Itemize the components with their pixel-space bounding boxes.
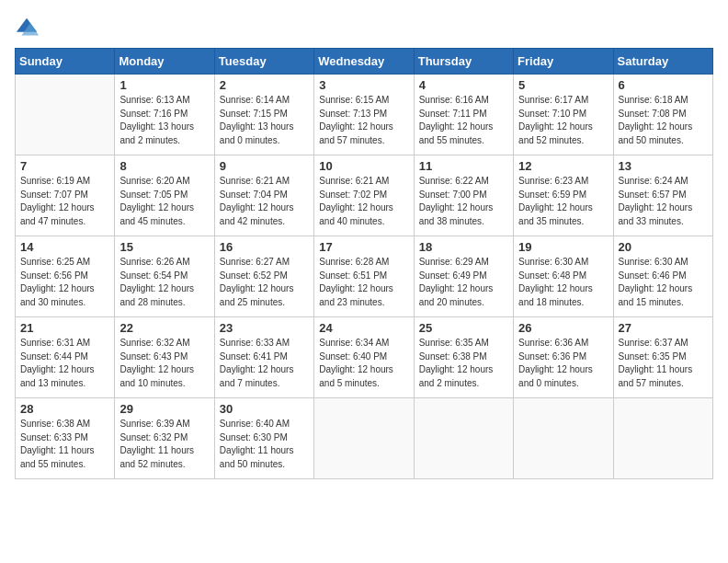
- calendar-cell: 4Sunrise: 6:16 AMSunset: 7:11 PMDaylight…: [414, 75, 513, 155]
- calendar-cell: 22Sunrise: 6:32 AMSunset: 6:43 PMDayligh…: [115, 317, 214, 398]
- header-row: SundayMondayTuesdayWednesdayThursdayFrid…: [16, 49, 713, 75]
- day-info: Sunrise: 6:37 AMSunset: 6:35 PMDaylight:…: [619, 337, 708, 390]
- logo-icon: [15, 15, 40, 40]
- day-number: 17: [319, 240, 408, 254]
- week-row-1: 1Sunrise: 6:13 AMSunset: 7:16 PMDaylight…: [16, 75, 713, 155]
- day-number: 18: [419, 240, 508, 254]
- calendar-cell: 9Sunrise: 6:21 AMSunset: 7:04 PMDaylight…: [214, 155, 313, 236]
- day-info: Sunrise: 6:35 AMSunset: 6:38 PMDaylight:…: [419, 337, 508, 390]
- day-number: 21: [20, 321, 109, 335]
- calendar-cell: 6Sunrise: 6:18 AMSunset: 7:08 PMDaylight…: [613, 75, 712, 155]
- day-info: Sunrise: 6:18 AMSunset: 7:08 PMDaylight:…: [619, 94, 708, 147]
- calendar-cell: 18Sunrise: 6:29 AMSunset: 6:49 PMDayligh…: [414, 236, 513, 317]
- day-number: 2: [220, 78, 309, 92]
- calendar-cell: 12Sunrise: 6:23 AMSunset: 6:59 PMDayligh…: [514, 155, 613, 236]
- calendar-cell: 26Sunrise: 6:36 AMSunset: 6:36 PMDayligh…: [514, 317, 613, 398]
- calendar-cell: 23Sunrise: 6:33 AMSunset: 6:41 PMDayligh…: [214, 317, 313, 398]
- day-number: 12: [518, 159, 608, 173]
- calendar-cell: 10Sunrise: 6:21 AMSunset: 7:02 PMDayligh…: [314, 155, 414, 236]
- day-number: 26: [518, 321, 608, 335]
- header-day-saturday: Saturday: [613, 49, 712, 75]
- day-number: 9: [220, 159, 309, 173]
- day-number: 24: [319, 321, 408, 335]
- week-row-4: 21Sunrise: 6:31 AMSunset: 6:44 PMDayligh…: [16, 317, 713, 398]
- day-number: 16: [220, 240, 309, 254]
- day-number: 1: [119, 78, 209, 92]
- calendar-cell: 28Sunrise: 6:38 AMSunset: 6:33 PMDayligh…: [16, 398, 115, 479]
- day-number: 23: [220, 321, 309, 335]
- day-info: Sunrise: 6:17 AMSunset: 7:10 PMDaylight:…: [518, 94, 608, 147]
- day-info: Sunrise: 6:39 AMSunset: 6:32 PMDaylight:…: [119, 418, 209, 471]
- calendar-cell: 8Sunrise: 6:20 AMSunset: 7:05 PMDaylight…: [115, 155, 214, 236]
- day-number: 11: [419, 159, 508, 173]
- day-info: Sunrise: 6:23 AMSunset: 6:59 PMDaylight:…: [518, 175, 608, 228]
- day-info: Sunrise: 6:27 AMSunset: 6:52 PMDaylight:…: [220, 256, 309, 309]
- calendar-cell: 3Sunrise: 6:15 AMSunset: 7:13 PMDaylight…: [314, 75, 414, 155]
- calendar-cell: 30Sunrise: 6:40 AMSunset: 6:30 PMDayligh…: [214, 398, 313, 479]
- day-info: Sunrise: 6:31 AMSunset: 6:44 PMDaylight:…: [20, 337, 109, 390]
- day-number: 20: [619, 240, 708, 254]
- day-number: 15: [119, 240, 209, 254]
- calendar-cell: 15Sunrise: 6:26 AMSunset: 6:54 PMDayligh…: [115, 236, 214, 317]
- day-number: 4: [419, 78, 508, 92]
- calendar-cell: 29Sunrise: 6:39 AMSunset: 6:32 PMDayligh…: [115, 398, 214, 479]
- week-row-2: 7Sunrise: 6:19 AMSunset: 7:07 PMDaylight…: [16, 155, 713, 236]
- day-info: Sunrise: 6:14 AMSunset: 7:15 PMDaylight:…: [220, 94, 309, 147]
- day-info: Sunrise: 6:22 AMSunset: 7:00 PMDaylight:…: [419, 175, 508, 228]
- calendar-cell: 17Sunrise: 6:28 AMSunset: 6:51 PMDayligh…: [314, 236, 414, 317]
- day-info: Sunrise: 6:34 AMSunset: 6:40 PMDaylight:…: [319, 337, 408, 390]
- day-info: Sunrise: 6:36 AMSunset: 6:36 PMDaylight:…: [518, 337, 608, 390]
- day-info: Sunrise: 6:21 AMSunset: 7:04 PMDaylight:…: [220, 175, 309, 228]
- day-number: 29: [119, 402, 209, 416]
- day-info: Sunrise: 6:25 AMSunset: 6:56 PMDaylight:…: [20, 256, 109, 309]
- day-number: 22: [119, 321, 209, 335]
- day-number: 14: [20, 240, 109, 254]
- calendar-cell: 5Sunrise: 6:17 AMSunset: 7:10 PMDaylight…: [514, 75, 613, 155]
- day-number: 10: [319, 159, 408, 173]
- day-info: Sunrise: 6:16 AMSunset: 7:11 PMDaylight:…: [419, 94, 508, 147]
- calendar-cell: 1Sunrise: 6:13 AMSunset: 7:16 PMDaylight…: [115, 75, 214, 155]
- day-info: Sunrise: 6:13 AMSunset: 7:16 PMDaylight:…: [119, 94, 209, 147]
- day-info: Sunrise: 6:40 AMSunset: 6:30 PMDaylight:…: [220, 418, 309, 471]
- day-number: 7: [20, 159, 109, 173]
- calendar-cell: 11Sunrise: 6:22 AMSunset: 7:00 PMDayligh…: [414, 155, 513, 236]
- day-number: 28: [20, 402, 109, 416]
- day-info: Sunrise: 6:19 AMSunset: 7:07 PMDaylight:…: [20, 175, 109, 228]
- calendar-table: SundayMondayTuesdayWednesdayThursdayFrid…: [15, 48, 713, 479]
- header-day-monday: Monday: [115, 49, 214, 75]
- calendar-cell: [16, 75, 115, 155]
- day-number: 5: [518, 78, 608, 92]
- logo: [15, 15, 44, 40]
- calendar-cell: 2Sunrise: 6:14 AMSunset: 7:15 PMDaylight…: [214, 75, 313, 155]
- day-info: Sunrise: 6:26 AMSunset: 6:54 PMDaylight:…: [119, 256, 209, 309]
- day-number: 3: [319, 78, 408, 92]
- calendar-cell: [613, 398, 712, 479]
- header-day-thursday: Thursday: [414, 49, 513, 75]
- day-number: 13: [619, 159, 708, 173]
- day-info: Sunrise: 6:32 AMSunset: 6:43 PMDaylight:…: [119, 337, 209, 390]
- calendar-cell: [314, 398, 414, 479]
- calendar-cell: 25Sunrise: 6:35 AMSunset: 6:38 PMDayligh…: [414, 317, 513, 398]
- day-number: 6: [619, 78, 708, 92]
- day-info: Sunrise: 6:29 AMSunset: 6:49 PMDaylight:…: [419, 256, 508, 309]
- header-day-sunday: Sunday: [16, 49, 115, 75]
- calendar-cell: 19Sunrise: 6:30 AMSunset: 6:48 PMDayligh…: [514, 236, 613, 317]
- calendar-cell: 7Sunrise: 6:19 AMSunset: 7:07 PMDaylight…: [16, 155, 115, 236]
- day-number: 30: [220, 402, 309, 416]
- calendar-cell: 24Sunrise: 6:34 AMSunset: 6:40 PMDayligh…: [314, 317, 414, 398]
- calendar-cell: [414, 398, 513, 479]
- day-number: 25: [419, 321, 508, 335]
- day-info: Sunrise: 6:30 AMSunset: 6:46 PMDaylight:…: [619, 256, 708, 309]
- day-number: 27: [619, 321, 708, 335]
- day-info: Sunrise: 6:33 AMSunset: 6:41 PMDaylight:…: [220, 337, 309, 390]
- day-info: Sunrise: 6:30 AMSunset: 6:48 PMDaylight:…: [518, 256, 608, 309]
- calendar-cell: 21Sunrise: 6:31 AMSunset: 6:44 PMDayligh…: [16, 317, 115, 398]
- header-day-tuesday: Tuesday: [214, 49, 313, 75]
- week-row-3: 14Sunrise: 6:25 AMSunset: 6:56 PMDayligh…: [16, 236, 713, 317]
- day-number: 8: [119, 159, 209, 173]
- calendar-cell: 14Sunrise: 6:25 AMSunset: 6:56 PMDayligh…: [16, 236, 115, 317]
- day-info: Sunrise: 6:28 AMSunset: 6:51 PMDaylight:…: [319, 256, 408, 309]
- calendar-cell: [514, 398, 613, 479]
- day-info: Sunrise: 6:20 AMSunset: 7:05 PMDaylight:…: [119, 175, 209, 228]
- header-day-wednesday: Wednesday: [314, 49, 414, 75]
